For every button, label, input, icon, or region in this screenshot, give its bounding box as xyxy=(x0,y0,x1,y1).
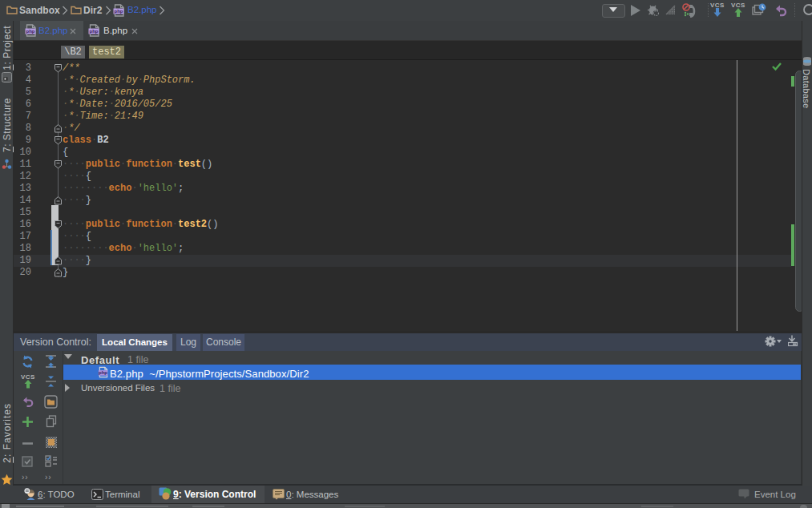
svg-text:php: php xyxy=(115,9,123,14)
svg-text:php: php xyxy=(26,29,35,34)
svg-text:php: php xyxy=(90,29,99,34)
svg-text:php: php xyxy=(99,370,107,375)
